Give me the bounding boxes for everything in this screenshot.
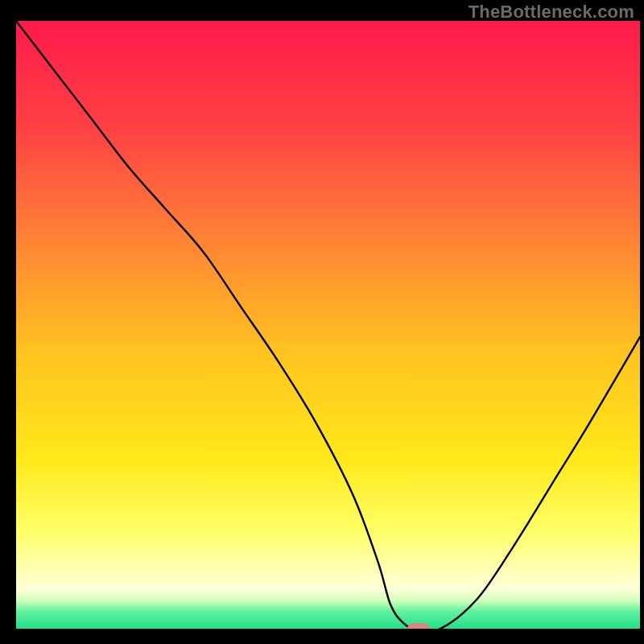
plot-area (16, 21, 640, 629)
brand-watermark: TheBottleneck.com (469, 2, 634, 23)
chart-frame: TheBottleneck.com (0, 0, 644, 644)
bottleneck-curve-chart (16, 21, 640, 629)
gradient-background (16, 21, 640, 629)
